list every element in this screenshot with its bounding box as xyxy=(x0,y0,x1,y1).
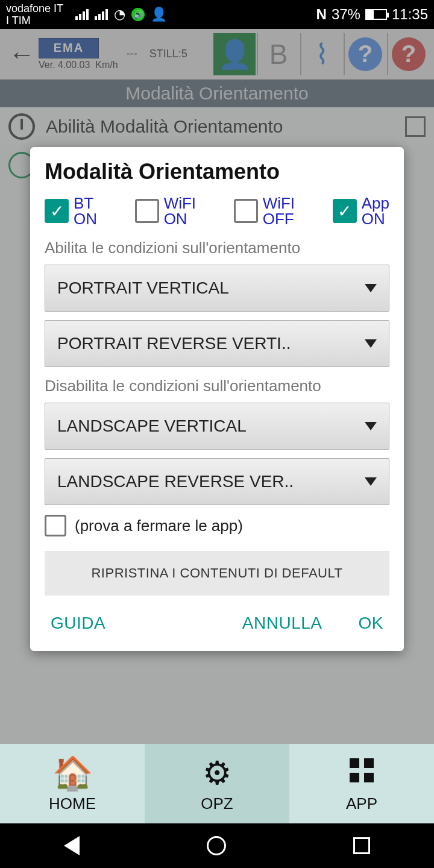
clock: 11:35 xyxy=(392,6,428,23)
restore-defaults-button[interactable]: RIPRISTINA I CONTENUTI DI DEFAULT xyxy=(45,551,389,596)
stop-apps-toggle[interactable]: (prova a fermare le app) xyxy=(45,515,389,536)
nav-recent-icon[interactable] xyxy=(353,837,370,854)
system-nav-bar xyxy=(0,823,434,868)
person-mini-icon: 👤 xyxy=(151,7,167,22)
carrier-block: vodafone IT I TIM xyxy=(6,2,63,27)
signal-icon-2 xyxy=(95,9,108,20)
enable-orientation-select-2[interactable]: PORTRAIT REVERSE VERTI.. xyxy=(45,320,389,367)
carrier-1: vodafone IT xyxy=(6,2,63,14)
wifi-on-toggle[interactable]: WiFION xyxy=(135,195,196,227)
signal-icon xyxy=(75,9,89,20)
gear-icon: ⚙ xyxy=(203,754,231,792)
svg-rect-2 xyxy=(350,773,359,782)
sound-icon: 🔊 xyxy=(131,8,145,21)
checkbox-icon xyxy=(135,199,159,223)
svg-rect-1 xyxy=(364,758,374,768)
chevron-down-icon xyxy=(365,477,377,486)
svg-rect-0 xyxy=(350,758,359,768)
checkbox-icon: ✓ xyxy=(45,199,69,223)
nav-home-icon[interactable] xyxy=(207,836,226,855)
tab-home[interactable]: 🏠 HOME xyxy=(0,744,145,823)
chevron-down-icon xyxy=(365,339,377,348)
tab-app[interactable]: APP xyxy=(289,744,434,823)
status-bar: vodafone IT I TIM ◔ 🔊 👤 N 37% 11:35 xyxy=(0,0,434,29)
battery-text: 37% xyxy=(332,6,360,23)
bt-on-toggle[interactable]: ✓ BTON xyxy=(45,195,97,227)
grid-icon xyxy=(347,755,376,792)
wifi-off-toggle[interactable]: WiFIOFF xyxy=(234,195,295,227)
disable-orientation-select-2[interactable]: LANDSCAPE REVERSE VER.. xyxy=(45,458,389,505)
wifi-small-icon: ◔ xyxy=(114,7,125,22)
orientation-dialog: Modalità Orientamento ✓ BTON WiFION WiFI… xyxy=(30,147,404,651)
battery-icon xyxy=(365,9,387,20)
svg-rect-3 xyxy=(364,773,374,782)
bottom-tabs: 🏠 HOME ⚙ OPZ APP xyxy=(0,744,434,823)
nav-back-icon[interactable] xyxy=(64,836,80,855)
chevron-down-icon xyxy=(365,422,377,430)
disable-section-label: Disabilita le condizioni sull'orientamen… xyxy=(45,377,389,395)
dialog-title: Modalità Orientamento xyxy=(45,159,389,184)
condition-toggle-row: ✓ BTON WiFION WiFIOFF ✓ AppON xyxy=(45,195,389,227)
status-right: N 37% 11:35 xyxy=(316,6,428,23)
chevron-down-icon xyxy=(365,284,377,292)
carrier-2: I TIM xyxy=(6,14,63,27)
tab-opz[interactable]: ⚙ OPZ xyxy=(145,744,289,823)
cancel-button[interactable]: ANNULLA xyxy=(242,614,322,633)
enable-orientation-select-1[interactable]: PORTRAIT VERTICAL xyxy=(45,265,389,312)
stop-apps-label: (prova a fermare le app) xyxy=(75,517,243,535)
nfc-icon: N xyxy=(316,6,327,23)
dialog-actions: GUIDA ANNULLA OK xyxy=(45,596,389,646)
ok-button[interactable]: OK xyxy=(359,614,383,633)
disable-orientation-select-1[interactable]: LANDSCAPE VERTICAL xyxy=(45,403,389,450)
guide-button[interactable]: GUIDA xyxy=(51,614,105,633)
checkbox-icon xyxy=(234,199,258,223)
app-on-toggle[interactable]: ✓ AppON xyxy=(333,195,389,227)
status-left-icons: ◔ 🔊 👤 xyxy=(75,7,167,22)
checkbox-icon: ✓ xyxy=(333,199,357,223)
home-icon: 🏠 xyxy=(52,754,93,792)
checkbox-icon xyxy=(45,515,66,536)
enable-section-label: Abilita le condizioni sull'orientamento xyxy=(45,239,389,257)
